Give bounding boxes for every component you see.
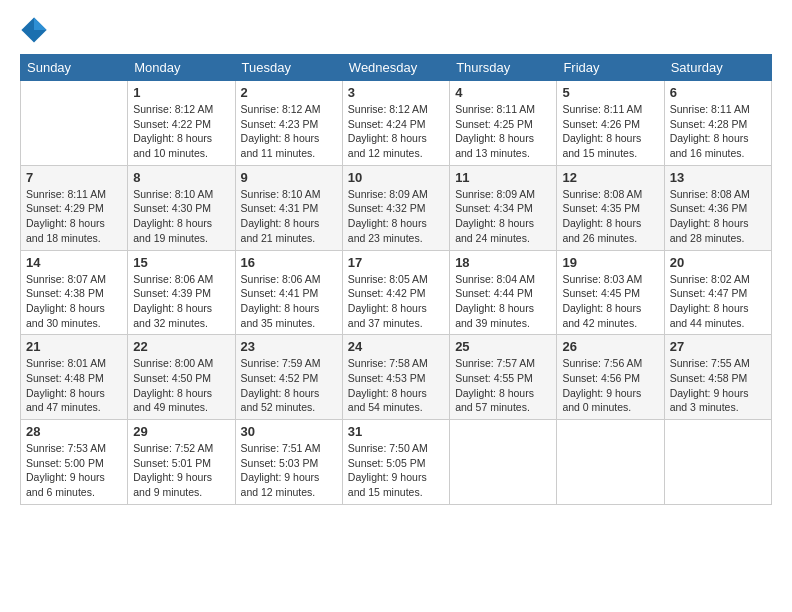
- day-info: Sunrise: 7:51 AM Sunset: 5:03 PM Dayligh…: [241, 441, 337, 500]
- calendar-cell: 22Sunrise: 8:00 AM Sunset: 4:50 PM Dayli…: [128, 335, 235, 420]
- day-number: 19: [562, 255, 658, 270]
- calendar-cell: 3Sunrise: 8:12 AM Sunset: 4:24 PM Daylig…: [342, 81, 449, 166]
- day-info: Sunrise: 7:53 AM Sunset: 5:00 PM Dayligh…: [26, 441, 122, 500]
- day-info: Sunrise: 8:09 AM Sunset: 4:34 PM Dayligh…: [455, 187, 551, 246]
- day-number: 29: [133, 424, 229, 439]
- day-number: 23: [241, 339, 337, 354]
- day-info: Sunrise: 8:10 AM Sunset: 4:31 PM Dayligh…: [241, 187, 337, 246]
- calendar-cell: 4Sunrise: 8:11 AM Sunset: 4:25 PM Daylig…: [450, 81, 557, 166]
- calendar-week-4: 21Sunrise: 8:01 AM Sunset: 4:48 PM Dayli…: [21, 335, 772, 420]
- calendar-cell: 7Sunrise: 8:11 AM Sunset: 4:29 PM Daylig…: [21, 165, 128, 250]
- col-header-monday: Monday: [128, 55, 235, 81]
- calendar-cell: 17Sunrise: 8:05 AM Sunset: 4:42 PM Dayli…: [342, 250, 449, 335]
- calendar-cell: 19Sunrise: 8:03 AM Sunset: 4:45 PM Dayli…: [557, 250, 664, 335]
- calendar-cell: 29Sunrise: 7:52 AM Sunset: 5:01 PM Dayli…: [128, 420, 235, 505]
- day-number: 25: [455, 339, 551, 354]
- day-info: Sunrise: 8:08 AM Sunset: 4:36 PM Dayligh…: [670, 187, 766, 246]
- calendar-cell: 16Sunrise: 8:06 AM Sunset: 4:41 PM Dayli…: [235, 250, 342, 335]
- day-number: 11: [455, 170, 551, 185]
- calendar-week-2: 7Sunrise: 8:11 AM Sunset: 4:29 PM Daylig…: [21, 165, 772, 250]
- day-number: 31: [348, 424, 444, 439]
- calendar-cell: 24Sunrise: 7:58 AM Sunset: 4:53 PM Dayli…: [342, 335, 449, 420]
- calendar-header-row: SundayMondayTuesdayWednesdayThursdayFrid…: [21, 55, 772, 81]
- calendar-cell: 28Sunrise: 7:53 AM Sunset: 5:00 PM Dayli…: [21, 420, 128, 505]
- day-info: Sunrise: 8:05 AM Sunset: 4:42 PM Dayligh…: [348, 272, 444, 331]
- calendar-cell: 15Sunrise: 8:06 AM Sunset: 4:39 PM Dayli…: [128, 250, 235, 335]
- day-info: Sunrise: 8:02 AM Sunset: 4:47 PM Dayligh…: [670, 272, 766, 331]
- day-info: Sunrise: 8:06 AM Sunset: 4:41 PM Dayligh…: [241, 272, 337, 331]
- day-number: 2: [241, 85, 337, 100]
- calendar-cell: 5Sunrise: 8:11 AM Sunset: 4:26 PM Daylig…: [557, 81, 664, 166]
- day-info: Sunrise: 8:00 AM Sunset: 4:50 PM Dayligh…: [133, 356, 229, 415]
- day-info: Sunrise: 8:11 AM Sunset: 4:29 PM Dayligh…: [26, 187, 122, 246]
- header: [20, 16, 772, 44]
- calendar-cell: [21, 81, 128, 166]
- day-info: Sunrise: 8:12 AM Sunset: 4:23 PM Dayligh…: [241, 102, 337, 161]
- day-info: Sunrise: 7:59 AM Sunset: 4:52 PM Dayligh…: [241, 356, 337, 415]
- day-info: Sunrise: 7:50 AM Sunset: 5:05 PM Dayligh…: [348, 441, 444, 500]
- day-info: Sunrise: 7:52 AM Sunset: 5:01 PM Dayligh…: [133, 441, 229, 500]
- day-number: 1: [133, 85, 229, 100]
- calendar-cell: 13Sunrise: 8:08 AM Sunset: 4:36 PM Dayli…: [664, 165, 771, 250]
- calendar-cell: 8Sunrise: 8:10 AM Sunset: 4:30 PM Daylig…: [128, 165, 235, 250]
- day-info: Sunrise: 8:03 AM Sunset: 4:45 PM Dayligh…: [562, 272, 658, 331]
- day-info: Sunrise: 8:04 AM Sunset: 4:44 PM Dayligh…: [455, 272, 551, 331]
- calendar-cell: 30Sunrise: 7:51 AM Sunset: 5:03 PM Dayli…: [235, 420, 342, 505]
- calendar-table: SundayMondayTuesdayWednesdayThursdayFrid…: [20, 54, 772, 505]
- day-info: Sunrise: 8:07 AM Sunset: 4:38 PM Dayligh…: [26, 272, 122, 331]
- day-info: Sunrise: 7:58 AM Sunset: 4:53 PM Dayligh…: [348, 356, 444, 415]
- calendar-cell: [664, 420, 771, 505]
- day-info: Sunrise: 7:56 AM Sunset: 4:56 PM Dayligh…: [562, 356, 658, 415]
- day-number: 5: [562, 85, 658, 100]
- col-header-wednesday: Wednesday: [342, 55, 449, 81]
- day-number: 27: [670, 339, 766, 354]
- logo-icon: [20, 16, 48, 44]
- day-number: 30: [241, 424, 337, 439]
- calendar-cell: 9Sunrise: 8:10 AM Sunset: 4:31 PM Daylig…: [235, 165, 342, 250]
- calendar-cell: 1Sunrise: 8:12 AM Sunset: 4:22 PM Daylig…: [128, 81, 235, 166]
- calendar-cell: 11Sunrise: 8:09 AM Sunset: 4:34 PM Dayli…: [450, 165, 557, 250]
- day-number: 24: [348, 339, 444, 354]
- calendar-cell: 31Sunrise: 7:50 AM Sunset: 5:05 PM Dayli…: [342, 420, 449, 505]
- calendar-cell: 26Sunrise: 7:56 AM Sunset: 4:56 PM Dayli…: [557, 335, 664, 420]
- col-header-tuesday: Tuesday: [235, 55, 342, 81]
- day-info: Sunrise: 7:57 AM Sunset: 4:55 PM Dayligh…: [455, 356, 551, 415]
- day-number: 17: [348, 255, 444, 270]
- calendar-cell: 6Sunrise: 8:11 AM Sunset: 4:28 PM Daylig…: [664, 81, 771, 166]
- calendar-cell: [557, 420, 664, 505]
- calendar-week-5: 28Sunrise: 7:53 AM Sunset: 5:00 PM Dayli…: [21, 420, 772, 505]
- day-info: Sunrise: 8:12 AM Sunset: 4:24 PM Dayligh…: [348, 102, 444, 161]
- day-number: 10: [348, 170, 444, 185]
- col-header-thursday: Thursday: [450, 55, 557, 81]
- day-number: 6: [670, 85, 766, 100]
- calendar-cell: 25Sunrise: 7:57 AM Sunset: 4:55 PM Dayli…: [450, 335, 557, 420]
- day-info: Sunrise: 8:11 AM Sunset: 4:28 PM Dayligh…: [670, 102, 766, 161]
- day-info: Sunrise: 8:08 AM Sunset: 4:35 PM Dayligh…: [562, 187, 658, 246]
- day-number: 7: [26, 170, 122, 185]
- day-info: Sunrise: 8:11 AM Sunset: 4:26 PM Dayligh…: [562, 102, 658, 161]
- day-number: 12: [562, 170, 658, 185]
- day-number: 20: [670, 255, 766, 270]
- day-info: Sunrise: 8:11 AM Sunset: 4:25 PM Dayligh…: [455, 102, 551, 161]
- calendar-cell: [450, 420, 557, 505]
- day-number: 21: [26, 339, 122, 354]
- svg-marker-1: [34, 17, 47, 30]
- calendar-cell: 27Sunrise: 7:55 AM Sunset: 4:58 PM Dayli…: [664, 335, 771, 420]
- calendar-cell: 2Sunrise: 8:12 AM Sunset: 4:23 PM Daylig…: [235, 81, 342, 166]
- day-number: 14: [26, 255, 122, 270]
- day-number: 16: [241, 255, 337, 270]
- calendar-cell: 23Sunrise: 7:59 AM Sunset: 4:52 PM Dayli…: [235, 335, 342, 420]
- calendar-cell: 12Sunrise: 8:08 AM Sunset: 4:35 PM Dayli…: [557, 165, 664, 250]
- calendar-week-3: 14Sunrise: 8:07 AM Sunset: 4:38 PM Dayli…: [21, 250, 772, 335]
- day-info: Sunrise: 7:55 AM Sunset: 4:58 PM Dayligh…: [670, 356, 766, 415]
- day-number: 26: [562, 339, 658, 354]
- day-info: Sunrise: 8:12 AM Sunset: 4:22 PM Dayligh…: [133, 102, 229, 161]
- day-number: 22: [133, 339, 229, 354]
- day-number: 18: [455, 255, 551, 270]
- day-number: 3: [348, 85, 444, 100]
- day-info: Sunrise: 8:01 AM Sunset: 4:48 PM Dayligh…: [26, 356, 122, 415]
- day-number: 9: [241, 170, 337, 185]
- calendar-cell: 21Sunrise: 8:01 AM Sunset: 4:48 PM Dayli…: [21, 335, 128, 420]
- calendar-week-1: 1Sunrise: 8:12 AM Sunset: 4:22 PM Daylig…: [21, 81, 772, 166]
- day-number: 13: [670, 170, 766, 185]
